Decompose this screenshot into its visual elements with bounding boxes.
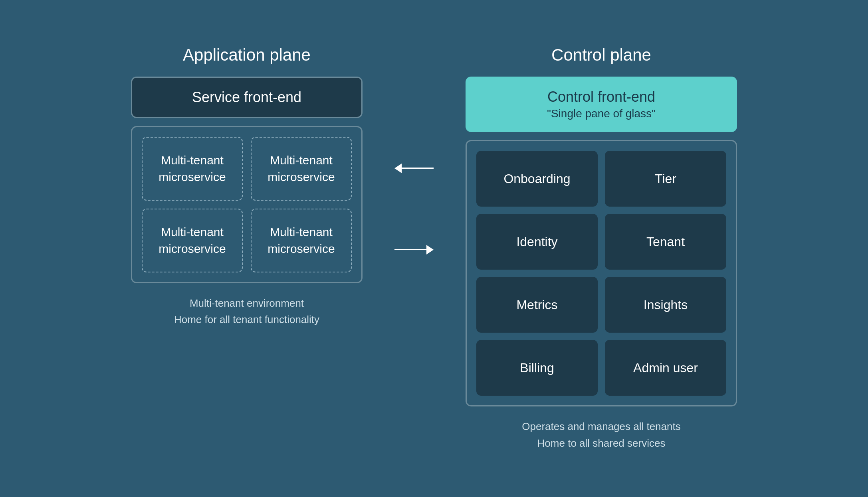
control-caption-line1: Operates and manages all tenants: [522, 418, 680, 435]
application-plane-title: Application plane: [183, 45, 311, 65]
control-plane-title: Control plane: [551, 45, 651, 65]
main-container: Application plane Service front-end Mult…: [107, 22, 761, 475]
control-services-grid: Onboarding Tier Identity Tenant Metrics …: [476, 151, 726, 396]
control-plane-section: Control plane Control front-end "Single …: [466, 45, 737, 452]
microservices-outer-box: Multi-tenant microservice Multi-tenant m…: [131, 126, 363, 283]
microservice-box-2: Multi-tenant microservice: [251, 137, 352, 201]
arrow-right: [394, 245, 434, 254]
control-frontend-title: Control front-end: [478, 88, 725, 106]
tenant-box: Tenant: [605, 214, 726, 270]
app-caption-line2: Home for all tenant functionality: [174, 312, 319, 328]
control-caption-line2: Home to all shared services: [522, 435, 680, 452]
application-plane-section: Application plane Service front-end Mult…: [131, 45, 363, 328]
control-frontend-box: Control front-end "Single pane of glass": [466, 77, 737, 132]
tier-box: Tier: [605, 151, 726, 207]
control-services-outer-box: Onboarding Tier Identity Tenant Metrics …: [466, 140, 737, 406]
app-plane-caption: Multi-tenant environment Home for all te…: [174, 295, 319, 328]
service-frontend-label: Service front-end: [192, 89, 301, 105]
arrow-right-head: [426, 245, 434, 254]
microservice-box-1: Multi-tenant microservice: [142, 137, 243, 201]
control-frontend-subtitle: "Single pane of glass": [478, 106, 725, 121]
insights-box: Insights: [605, 277, 726, 333]
arrow-left: [394, 164, 434, 173]
arrow-right-line: [394, 249, 426, 250]
metrics-box: Metrics: [476, 277, 598, 333]
microservices-grid: Multi-tenant microservice Multi-tenant m…: [142, 137, 352, 272]
control-plane-caption: Operates and manages all tenants Home to…: [522, 418, 680, 452]
microservice-box-3: Multi-tenant microservice: [142, 209, 243, 272]
billing-box: Billing: [476, 340, 598, 396]
arrow-left-head: [394, 164, 402, 173]
admin-user-box: Admin user: [605, 340, 726, 396]
identity-box: Identity: [476, 214, 598, 270]
microservice-box-4: Multi-tenant microservice: [251, 209, 352, 272]
app-caption-line1: Multi-tenant environment: [174, 295, 319, 312]
arrow-left-line: [402, 168, 434, 169]
arrows-container: [394, 109, 434, 309]
service-frontend-box: Service front-end: [131, 77, 363, 118]
onboarding-box: Onboarding: [476, 151, 598, 207]
